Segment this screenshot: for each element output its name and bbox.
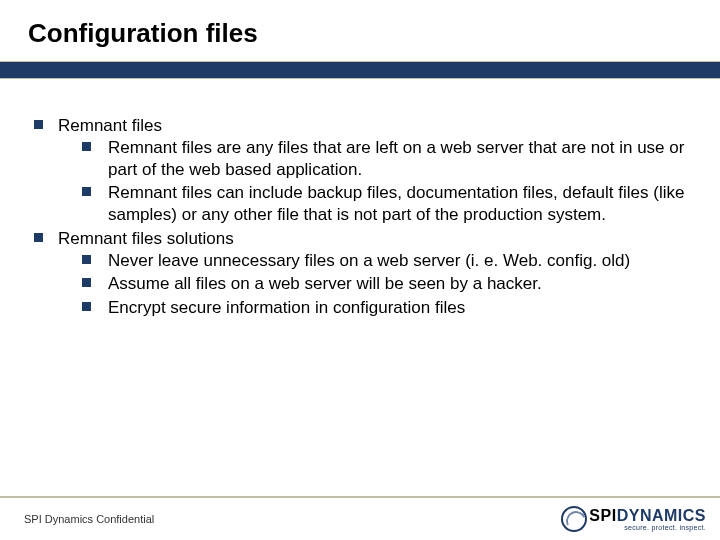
square-bullet-icon [82,142,91,151]
square-bullet-icon [82,187,91,196]
list-item: Remnant files can include backup files, … [82,182,686,226]
list-item-text: Encrypt secure information in configurat… [108,298,465,317]
list-item-text: Never leave unnecessary files on a web s… [108,251,630,270]
slide: Configuration files Remnant files Remnan… [0,0,720,540]
square-bullet-icon [34,233,43,242]
list-item: Remnant files Remnant files are any file… [34,115,686,226]
list-item: Remnant files are any files that are lef… [82,137,686,181]
title-bar [0,61,720,79]
logo-brand-part2: DYNAMICS [617,508,706,524]
logo-tagline: secure. protect. inspect. [624,524,706,531]
square-bullet-icon [82,255,91,264]
list-item-text: Remnant files are any files that are lef… [108,138,684,179]
title-area: Configuration files [0,0,720,55]
slide-title: Configuration files [28,18,720,49]
square-bullet-icon [82,278,91,287]
list-item: Assume all files on a web server will be… [82,273,686,295]
footer: SPI Dynamics Confidential SPI DYNAMICS s… [0,496,720,540]
square-bullet-icon [34,120,43,129]
list-item-text: Remnant files can include backup files, … [108,183,684,224]
logo-text: SPI DYNAMICS secure. protect. inspect. [589,508,706,531]
list-item-label: Remnant files solutions [58,229,234,248]
list-item-label: Remnant files [58,116,162,135]
company-logo: SPI DYNAMICS secure. protect. inspect. [561,506,706,532]
list-item-text: Assume all files on a web server will be… [108,274,542,293]
logo-mark-icon [561,506,587,532]
logo-brand-part1: SPI [589,508,616,524]
logo-brand: SPI DYNAMICS [589,508,706,524]
list-item: Remnant files solutions Never leave unne… [34,228,686,319]
confidential-label: SPI Dynamics Confidential [24,513,154,525]
list-item: Encrypt secure information in configurat… [82,297,686,319]
square-bullet-icon [82,302,91,311]
sub-list: Never leave unnecessary files on a web s… [58,250,686,319]
content-area: Remnant files Remnant files are any file… [0,79,720,319]
sub-list: Remnant files are any files that are lef… [58,137,686,226]
list-item: Never leave unnecessary files on a web s… [82,250,686,272]
